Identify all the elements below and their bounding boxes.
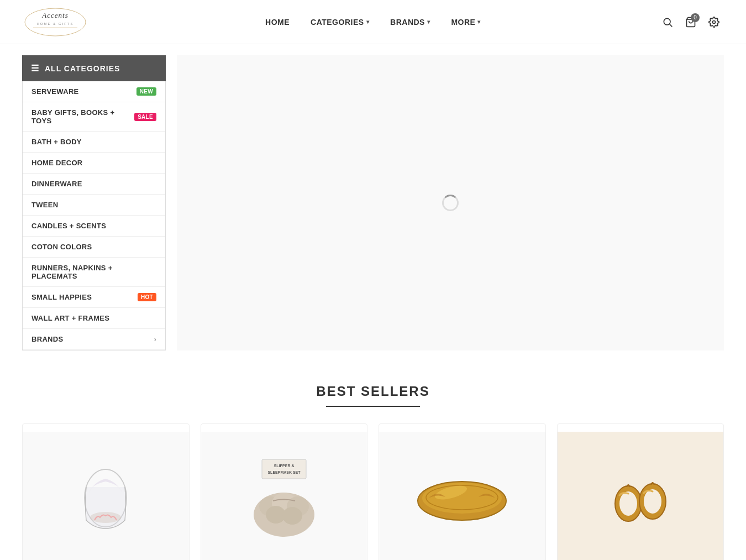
product-image-3: [379, 432, 545, 560]
main-content: ☰ ALL CATEGORIES SERVEWARE NEW BABY GIFT…: [0, 44, 746, 362]
svg-text:HOME & GIFTS: HOME & GIFTS: [36, 22, 73, 25]
tray-product-image: [407, 465, 517, 531]
search-button[interactable]: [658, 12, 677, 32]
product-grid: SLIPPER & SLEEPMASK SET: [22, 423, 724, 560]
product-image-4: [558, 432, 724, 560]
sidebar-item-brands-label: BRANDS: [31, 335, 63, 343]
product-card-3[interactable]: [379, 423, 546, 560]
header-icons: 0: [658, 12, 724, 32]
nav-more[interactable]: MORE ▾: [443, 13, 488, 31]
svg-point-24: [619, 491, 637, 516]
earrings-product-image: [607, 459, 674, 537]
sidebar-header-label: ALL CATEGORIES: [45, 64, 120, 73]
menu-icon: ☰: [31, 63, 39, 74]
sidebar-item-home-decor[interactable]: HOME DECOR: [23, 153, 165, 174]
hero-area: [177, 55, 724, 350]
sidebar-item-serveware-label: SERVEWARE: [31, 87, 79, 96]
sidebar-item-brands[interactable]: BRANDS ›: [23, 329, 165, 350]
settings-button[interactable]: [704, 12, 724, 32]
product-card-1[interactable]: [22, 423, 190, 560]
svg-text:Accents: Accents: [41, 11, 68, 19]
svg-text:SLEEPMASK SET: SLEEPMASK SET: [267, 470, 301, 474]
sidebar-item-coton-colors-label: COTON COLORS: [31, 243, 92, 251]
nav-brands-chevron-icon: ▾: [427, 19, 430, 25]
sidebar-item-baby-gifts-badge: SALE: [134, 113, 156, 121]
settings-icon: [708, 17, 719, 28]
slipper-product-image: SLIPPER & SLEEPMASK SET: [243, 454, 325, 542]
sidebar-item-candles-scents[interactable]: CANDLES + SCENTS: [23, 216, 165, 237]
search-icon: [662, 17, 673, 28]
sidebar-item-serveware[interactable]: SERVEWARE NEW: [23, 81, 165, 102]
sidebar: ☰ ALL CATEGORIES SERVEWARE NEW BABY GIFT…: [22, 55, 166, 350]
svg-line-5: [670, 24, 673, 27]
loading-spinner-icon: [442, 195, 459, 211]
sidebar-item-dinnerware-label: DINNERWARE: [31, 180, 82, 188]
cart-button[interactable]: 0: [681, 12, 701, 32]
sidebar-item-small-happies-label: SMALL HAPPIES: [31, 293, 92, 301]
svg-point-7: [712, 20, 715, 23]
sidebar-item-serveware-badge: NEW: [136, 87, 156, 96]
svg-text:SLIPPER &: SLIPPER &: [274, 464, 294, 468]
sidebar-item-bath-body[interactable]: BATH + BODY: [23, 132, 165, 153]
sidebar-item-home-decor-label: HOME DECOR: [31, 159, 83, 167]
sidebar-item-small-happies[interactable]: SMALL HAPPIES HOT: [23, 287, 165, 308]
best-sellers-title: BEST SELLERS: [22, 384, 724, 399]
product-card-2[interactable]: SLIPPER & SLEEPMASK SET: [201, 423, 368, 560]
product-card-4[interactable]: [557, 423, 724, 560]
logo-image: Accents HOME & GIFTS: [22, 6, 88, 39]
sidebar-item-baby-gifts[interactable]: BABY GIFTS, BOOKS + TOYS SALE: [23, 102, 165, 132]
navigation: HOME CATEGORIES ▾ BRANDS ▾ MORE ▾: [258, 13, 488, 31]
product-image-1: [23, 432, 189, 560]
sidebar-item-dinnerware[interactable]: DINNERWARE: [23, 174, 165, 195]
svg-point-26: [644, 489, 661, 514]
sidebar-item-small-happies-badge: HOT: [138, 293, 156, 301]
sidebar-list: SERVEWARE NEW BABY GIFTS, BOOKS + TOYS S…: [22, 81, 166, 350]
sidebar-brands-chevron-icon: ›: [154, 336, 156, 343]
sidebar-item-tween-label: TWEEN: [31, 201, 58, 209]
cart-count-badge: 0: [691, 13, 700, 22]
sidebar-item-wall-art-label: WALL ART + FRAMES: [31, 314, 109, 322]
sidebar-item-wall-art[interactable]: WALL ART + FRAMES: [23, 308, 165, 329]
nav-more-label: MORE: [451, 18, 475, 27]
sidebar-header: ☰ ALL CATEGORIES: [22, 55, 166, 81]
svg-point-18: [282, 507, 302, 525]
best-sellers-section: BEST SELLERS: [0, 362, 746, 560]
glass-product-image: [78, 465, 133, 531]
product-image-2: SLIPPER & SLEEPMASK SET: [201, 432, 367, 560]
sidebar-item-coton-colors[interactable]: COTON COLORS: [23, 237, 165, 258]
sidebar-item-runners-label: RUNNERS, NAPKINS + PLACEMATS: [31, 264, 156, 280]
sidebar-item-baby-gifts-label: BABY GIFTS, BOOKS + TOYS: [31, 108, 134, 125]
sidebar-item-bath-body-label: BATH + BODY: [31, 138, 82, 146]
best-sellers-underline: [326, 406, 420, 407]
nav-brands-label: BRANDS: [390, 18, 425, 27]
sidebar-item-runners[interactable]: RUNNERS, NAPKINS + PLACEMATS: [23, 258, 165, 287]
header: Accents HOME & GIFTS HOME CATEGORIES ▾ B…: [0, 0, 746, 44]
svg-point-4: [664, 18, 670, 25]
nav-categories-chevron-icon: ▾: [366, 19, 370, 25]
svg-rect-10: [262, 459, 306, 479]
nav-home-label: HOME: [265, 18, 290, 27]
hero-loading-indicator: [442, 195, 459, 211]
nav-brands[interactable]: BRANDS ▾: [382, 13, 438, 31]
nav-categories[interactable]: CATEGORIES ▾: [303, 13, 377, 31]
nav-home[interactable]: HOME: [258, 13, 297, 31]
nav-categories-label: CATEGORIES: [311, 18, 364, 27]
logo[interactable]: Accents HOME & GIFTS: [22, 6, 88, 39]
nav-more-chevron-icon: ▾: [477, 19, 481, 25]
sidebar-item-tween[interactable]: TWEEN: [23, 195, 165, 216]
sidebar-item-candles-scents-label: CANDLES + SCENTS: [31, 222, 106, 230]
